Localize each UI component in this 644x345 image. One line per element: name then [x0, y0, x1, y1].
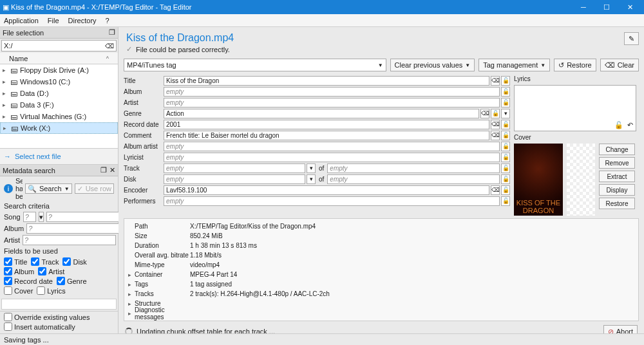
close-panel-icon[interactable]: ✕: [109, 166, 115, 174]
field-input-2[interactable]: empty: [327, 174, 500, 184]
clear-field-icon[interactable]: ⌫: [491, 131, 500, 140]
expand-icon[interactable]: ▸: [3, 90, 8, 97]
field-input[interactable]: empty: [164, 163, 305, 173]
tree-row[interactable]: ▸🖴Windows10 (C:): [0, 76, 118, 88]
field-input[interactable]: empty: [164, 98, 500, 107]
expand-icon[interactable]: ▸: [128, 310, 135, 317]
field-checkbox[interactable]: Cover: [4, 286, 33, 295]
undock-icon[interactable]: ❐: [109, 28, 115, 37]
lock-icon[interactable]: 🔓: [501, 87, 510, 97]
field-input[interactable]: empty: [164, 142, 500, 151]
info-row[interactable]: ▸ContainerMPEG-4 Part 14: [128, 270, 634, 279]
restore-button[interactable]: ↺Restore: [554, 59, 596, 71]
field-checkbox[interactable]: Track: [31, 257, 59, 266]
expand-icon[interactable]: ▸: [3, 79, 8, 85]
lock-icon[interactable]: 🔓: [501, 76, 510, 86]
song-input[interactable]: [23, 212, 36, 222]
info-row[interactable]: ▸Tags1 tag assigned: [128, 279, 634, 289]
insert-auto-checkbox[interactable]: Insert automatically: [4, 322, 75, 331]
field-checkbox[interactable]: Record date: [4, 277, 53, 285]
artist-input[interactable]: [23, 235, 116, 245]
override-checkbox[interactable]: Override existing values: [4, 313, 90, 321]
expand-icon[interactable]: ▸: [128, 272, 135, 278]
lock-icon[interactable]: 🔓: [491, 109, 500, 118]
cover-restore-button[interactable]: Restore: [599, 198, 635, 209]
search-button[interactable]: 🔍 Search▼: [25, 183, 72, 194]
menu-file[interactable]: File: [48, 17, 59, 24]
tree-row[interactable]: ▸🖴Data (D:): [0, 88, 118, 99]
name-column-header[interactable]: Name ^: [0, 53, 118, 64]
field-input[interactable]: Lavf58.19.100: [164, 185, 489, 195]
minimize-button[interactable]: ─: [572, 0, 595, 14]
lock-icon[interactable]: 🔓: [501, 174, 510, 184]
lyrics-box[interactable]: 🔓↶: [514, 85, 636, 131]
lock-icon[interactable]: 🔓: [614, 121, 623, 129]
lock-icon[interactable]: 🔓: [501, 120, 510, 129]
lock-icon[interactable]: 🔓: [501, 196, 510, 206]
clear-field-icon[interactable]: ⌫: [491, 185, 500, 195]
tag-type-select[interactable]: MP4/iTunes tag▼: [124, 59, 386, 71]
clear-field-icon[interactable]: ⌫: [491, 120, 500, 129]
backspace-icon[interactable]: ⌫: [105, 42, 114, 50]
cover-image[interactable]: KISS OF THE DRAGON: [514, 144, 563, 216]
field-checkbox[interactable]: Album: [4, 267, 34, 275]
menu-help[interactable]: ?: [106, 17, 109, 24]
lock-icon[interactable]: 🔓: [501, 163, 510, 173]
lock-icon[interactable]: 🔓: [501, 142, 510, 151]
cover-display-button[interactable]: Display: [599, 184, 635, 196]
info-row[interactable]: ▸Diagnostic messages: [128, 308, 634, 318]
maximize-button[interactable]: ☐: [595, 0, 618, 14]
menu-application[interactable]: Application: [4, 17, 39, 24]
expand-icon[interactable]: ▸: [3, 113, 8, 120]
lock-icon[interactable]: 🔓: [501, 98, 510, 107]
expand-icon[interactable]: ▸: [3, 102, 8, 108]
clear-button[interactable]: ⌫Clear: [600, 59, 639, 71]
expand-icon[interactable]: ▸: [128, 291, 135, 297]
field-input[interactable]: empty: [164, 87, 500, 97]
expand-icon[interactable]: ▸: [3, 125, 8, 131]
path-input[interactable]: X:/ ⌫: [1, 40, 117, 51]
tree-row[interactable]: ▸🖴Floppy Disk Drive (A:): [0, 64, 118, 76]
tree-row[interactable]: ▸🖴Virtual Machines (G:): [0, 111, 118, 122]
tree-row[interactable]: ▸🖴Work (X:): [0, 122, 118, 134]
info-row[interactable]: ▸Tracks2 track(s): H.264-High@L4.1-480p …: [128, 289, 634, 299]
lock-icon[interactable]: 🔓: [501, 153, 510, 162]
cover-change-button[interactable]: Change: [599, 144, 635, 155]
lock-icon[interactable]: 🔓: [501, 185, 510, 195]
album-input[interactable]: [26, 223, 120, 234]
clear-prev-button[interactable]: Clear previous values▼: [390, 59, 475, 71]
drive-tree[interactable]: ▸🖴Floppy Disk Drive (A:)▸🖴Windows10 (C:)…: [0, 64, 118, 148]
dropdown-icon[interactable]: ▾: [501, 109, 510, 118]
lock-icon[interactable]: 🔓: [501, 131, 510, 140]
field-checkbox[interactable]: Disk: [62, 257, 86, 266]
tag-mgmt-button[interactable]: Tag management▼: [478, 59, 550, 71]
expand-icon[interactable]: ▸: [128, 301, 135, 307]
field-input[interactable]: Action: [164, 109, 479, 118]
stepper-icon[interactable]: ▾: [307, 163, 316, 173]
edit-button[interactable]: ✎: [624, 32, 639, 45]
field-input[interactable]: 2001: [164, 120, 489, 129]
undock-icon[interactable]: ❐: [100, 166, 107, 174]
field-input[interactable]: empty: [164, 174, 305, 184]
expand-icon[interactable]: ▸: [3, 67, 8, 73]
field-checkbox[interactable]: Title: [4, 257, 27, 266]
expand-icon[interactable]: ▸: [128, 281, 135, 288]
select-next-file[interactable]: → Select next file: [0, 148, 118, 165]
field-input-2[interactable]: empty: [327, 163, 500, 173]
field-checkbox[interactable]: Lyrics: [37, 286, 65, 295]
stepper-icon[interactable]: ▾: [307, 174, 316, 184]
tree-row[interactable]: ▸🖴Data 3 (F:): [0, 99, 118, 111]
cover-remove-button[interactable]: Remove: [599, 157, 635, 169]
field-input[interactable]: French title: Le Baiser mortel du dragon: [164, 131, 489, 140]
info-row[interactable]: ▸Structure: [128, 299, 634, 308]
cover-extract-button[interactable]: Extract: [599, 171, 635, 182]
field-input[interactable]: empty: [164, 196, 500, 206]
clear-field-icon[interactable]: ⌫: [491, 76, 500, 86]
field-input[interactable]: Kiss of the Dragon: [164, 76, 489, 86]
field-checkbox[interactable]: Genre: [57, 277, 87, 285]
field-checkbox[interactable]: Artist: [38, 267, 64, 275]
close-window-button[interactable]: ✕: [618, 0, 641, 14]
menu-directory[interactable]: Directory: [68, 17, 97, 24]
stepper[interactable]: ▾: [39, 212, 44, 222]
clear-field-icon[interactable]: ⌫: [480, 109, 489, 118]
